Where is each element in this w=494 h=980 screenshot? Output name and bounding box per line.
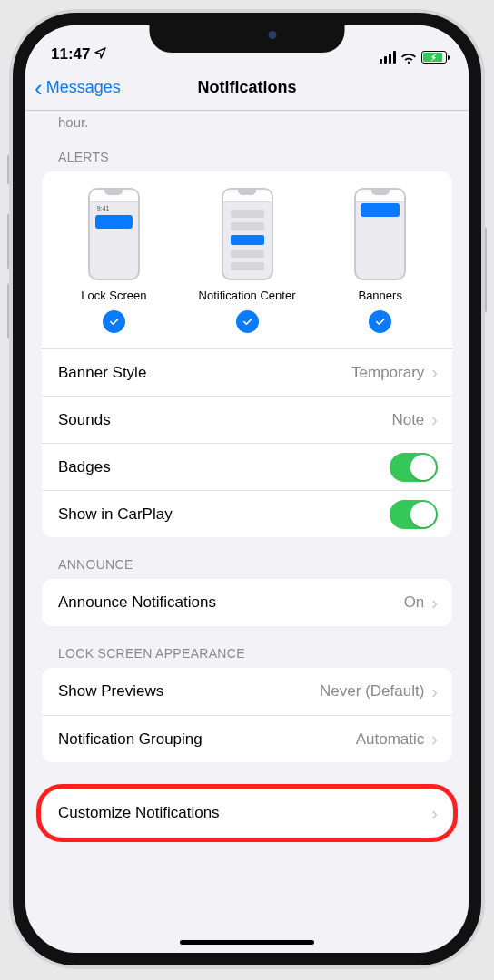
chevron-right-icon: › [431,409,438,430]
customize-card: Customize Notifications › [42,789,452,837]
alert-option-label: Banners [358,289,401,302]
row-label: Customize Notifications [58,804,220,822]
row-label: Sounds [58,411,111,429]
section-header-announce: ANNOUNCE [42,537,452,579]
back-label: Messages [46,78,121,97]
content-scroll[interactable]: hour. ALERTS 9:41 Lock Screen [25,111,469,953]
banners-preview-icon [354,188,406,280]
section-header-lock-screen-appearance: LOCK SCREEN APPEARANCE [42,626,452,668]
row-show-previews[interactable]: Show Previews Never (Default) › [42,668,452,715]
row-badges: Badges [42,443,452,490]
cell-signal-icon [380,51,396,64]
alert-option-label: Notification Center [199,289,296,302]
chevron-right-icon: › [431,803,438,824]
status-time: 11:47 [51,45,90,64]
row-value: Automatic [356,730,425,749]
row-label: Banner Style [58,364,146,382]
row-label: Notification Grouping [58,730,203,749]
alert-option-label: Lock Screen [81,289,146,302]
alert-option-notification-center[interactable]: Notification Center [181,188,314,333]
navbar: ‹ Messages Notifications [25,65,469,111]
announce-card: Announce Notifications On › [42,579,452,626]
lock-screen-appearance-card: Show Previews Never (Default) › Notifica… [42,668,452,762]
page-title: Notifications [197,78,296,97]
alert-option-banners[interactable]: Banners [313,188,447,333]
row-label: Announce Notifications [58,593,216,612]
row-value: Never (Default) [320,682,424,701]
location-arrow-icon [94,46,107,64]
chevron-right-icon: › [431,729,438,750]
prev-section-footer: hour. [42,111,452,130]
back-button[interactable]: ‹ Messages [35,65,121,110]
row-label: Badges [58,458,111,476]
row-notification-grouping[interactable]: Notification Grouping Automatic › [42,715,452,762]
row-sounds[interactable]: Sounds Note › [42,396,452,443]
checkmark-icon [369,310,391,333]
row-customize-notifications[interactable]: Customize Notifications › [42,789,452,837]
iphone-device-frame: 11:47 ⚡︎ ‹ Messages Notifi [13,13,481,965]
alerts-options-row: 9:41 Lock Screen [42,172,452,348]
row-label: Show in CarPlay [58,505,173,524]
alert-option-lock-screen[interactable]: 9:41 Lock Screen [47,188,181,333]
checkmark-icon [236,310,259,333]
toggle-badges[interactable] [390,453,438,482]
row-show-in-carplay: Show in CarPlay [42,490,452,537]
section-header-alerts: ALERTS [42,130,452,172]
wifi-icon [400,51,417,64]
row-value: On [404,593,425,612]
chevron-right-icon: › [431,593,438,613]
row-banner-style[interactable]: Banner Style Temporary › [42,348,452,396]
chevron-right-icon: › [431,362,438,383]
lock-screen-preview-icon: 9:41 [88,188,140,280]
row-label: Show Previews [58,682,163,701]
home-indicator[interactable] [180,940,314,945]
checkmark-icon [103,310,125,333]
notch [150,13,345,53]
alerts-card: 9:41 Lock Screen [42,172,452,537]
chevron-left-icon: ‹ [35,76,43,100]
battery-icon: ⚡︎ [421,51,447,64]
screen: 11:47 ⚡︎ ‹ Messages Notifi [25,25,469,953]
customize-highlight: Customize Notifications › [42,789,452,837]
toggle-carplay[interactable] [390,500,438,529]
row-value: Note [391,411,424,429]
row-announce-notifications[interactable]: Announce Notifications On › [42,579,452,626]
notification-center-preview-icon [222,188,273,280]
row-value: Temporary [351,364,424,382]
chevron-right-icon: › [431,681,438,702]
